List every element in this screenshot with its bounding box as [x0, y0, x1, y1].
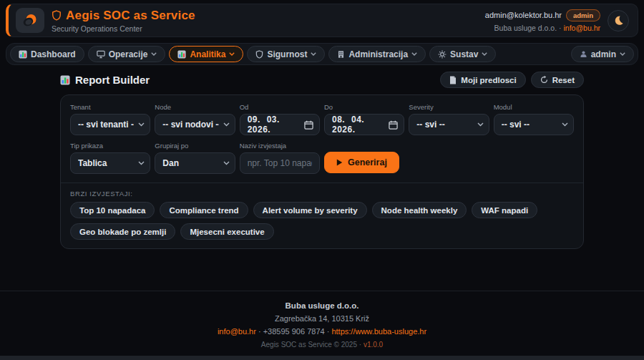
app-subtitle: Security Operations Center [52, 24, 195, 33]
node-select[interactable]: -- svi nodovi -- [155, 114, 235, 135]
nav-item-sigurnost[interactable]: Sigurnost [247, 46, 325, 62]
role-badge: admin [566, 9, 600, 21]
caret-down-icon [229, 52, 235, 56]
quick-report-chip[interactable]: Geo blokade po zemlji [70, 223, 175, 240]
report-name-label: Naziv izvjestaja [240, 142, 320, 150]
tenant-label: Tenant [70, 103, 150, 111]
nav-item-label: Analitika [190, 49, 225, 59]
bar-chart-icon [177, 50, 186, 59]
nav-user-menu[interactable]: admin [571, 46, 634, 62]
group-by-label: Grupiraj po [155, 142, 235, 150]
moon-icon [613, 15, 624, 26]
date-from-field: Od 09. 03. 2026. [240, 103, 320, 135]
report-name-field: Naziv izvjestaja [240, 142, 320, 174]
nav-item-label: Dashboard [31, 49, 76, 59]
quick-reports-row: Top 10 napadaca Compliance trend Alert v… [70, 202, 574, 240]
user-info: admin@kolektor.bu.hr admin Buba usluge d… [485, 9, 600, 32]
node-label: Node [155, 103, 235, 111]
caret-down-icon [482, 52, 487, 56]
view-type-field: Tip prikaza Tablica [70, 142, 150, 174]
monitor-icon [97, 50, 105, 59]
tenant-select[interactable]: -- svi tenanti -- [70, 114, 150, 135]
page-title: Report Builder [60, 74, 150, 86]
shield-icon [255, 50, 263, 59]
module-field: Modul -- svi -- [494, 103, 574, 135]
nav-item-administracija[interactable]: Administracija [328, 46, 426, 62]
caret-down-icon [411, 52, 417, 56]
nav-item-dashboard[interactable]: Dashboard [10, 46, 84, 62]
theme-toggle-button[interactable] [608, 10, 629, 31]
view-type-label: Tip prikaza [70, 142, 150, 150]
bar-chart-icon [60, 75, 70, 85]
reset-icon [540, 76, 548, 84]
date-to-input[interactable]: 08. 04. 2026. [324, 114, 404, 135]
report-builder-form: Tenant -- svi tenanti -- Node -- svi nod… [60, 94, 584, 249]
gear-icon [438, 50, 447, 59]
user-icon [580, 50, 587, 58]
window-edge [0, 356, 644, 360]
app-title: Aegis SOC as Service [66, 9, 195, 23]
tenant-field: Tenant -- svi tenanti -- [70, 103, 150, 135]
ladybug-logo-icon [21, 13, 39, 29]
group-by-select[interactable]: Dan [155, 152, 235, 174]
app-footer: Buba usluge d.o.o. Zagrebačka 14, 10315 … [0, 291, 644, 356]
nav-item-label: Sigurnost [267, 49, 307, 59]
brand-block: Aegis SOC as Service Security Operations… [52, 9, 195, 33]
footer-email-link[interactable]: info@bu.hr [218, 327, 256, 336]
module-select[interactable]: -- svi -- [494, 114, 574, 135]
module-label: Modul [494, 103, 574, 111]
footer-contact: info@bu.hr · +38595 906 7874 · https://w… [0, 327, 644, 336]
reset-button[interactable]: Reset [531, 72, 584, 88]
generate-button[interactable]: Generiraj [324, 152, 399, 173]
quick-report-chip[interactable]: Alert volume by severity [253, 202, 367, 218]
quick-report-chip[interactable]: Node health weekly [372, 202, 467, 218]
caret-down-icon [620, 52, 625, 56]
severity-label: Severity [409, 103, 489, 111]
bar-chart-icon [19, 50, 27, 59]
nav-item-operacije[interactable]: Operacije [88, 46, 166, 62]
node-field: Node -- svi nodovi -- [155, 103, 235, 135]
date-to-field: Do 08. 04. 2026. [324, 103, 404, 135]
page-title-text: Report Builder [75, 74, 150, 86]
org-name: Buba usluge d.o.o. [494, 24, 557, 32]
view-type-select[interactable]: Tablica [70, 152, 150, 174]
quick-reports-label: BRZI IZVJESTAJI: [70, 190, 574, 198]
main-nav: Dashboard Operacije Analitika Sigurnost … [6, 43, 638, 65]
app-logo [16, 8, 44, 33]
footer-address: Zagrebačka 14, 10315 Križ [0, 314, 644, 323]
calendar-icon[interactable] [304, 120, 313, 130]
quick-report-chip[interactable]: Mjesecni executive [180, 223, 273, 240]
date-from-input[interactable]: 09. 03. 2026. [240, 114, 320, 135]
nav-item-label: Operacije [109, 49, 148, 59]
footer-website-link[interactable]: https://www.buba-usluge.hr [331, 327, 426, 336]
caret-down-icon [151, 52, 157, 56]
shield-icon [52, 10, 62, 21]
date-to-label: Do [324, 103, 404, 111]
report-builder-page: Report Builder Moji predlosci Reset Tena… [60, 72, 584, 249]
nav-item-sustav[interactable]: Sustav [429, 46, 496, 62]
divider [61, 183, 583, 183]
my-templates-button[interactable]: Moji predlosci [440, 72, 525, 88]
report-name-input[interactable] [240, 152, 320, 174]
org-email-link[interactable]: info@bu.hr [563, 24, 600, 32]
quick-report-chip[interactable]: Compliance trend [160, 202, 248, 218]
caret-down-icon [311, 52, 316, 56]
calendar-icon[interactable] [389, 120, 398, 130]
play-icon [336, 159, 343, 166]
nav-item-analitika[interactable]: Analitika [169, 46, 243, 62]
footer-phone: +38595 906 7874 [263, 327, 325, 336]
severity-select[interactable]: -- svi -- [409, 114, 489, 135]
date-from-label: Od [240, 103, 320, 111]
quick-report-chip[interactable]: Top 10 napadaca [70, 202, 155, 218]
user-email: admin@kolektor.bu.hr [485, 11, 562, 19]
severity-field: Severity -- svi -- [409, 103, 489, 135]
footer-copyright: Aegis SOC as Service © 2025 [261, 341, 357, 349]
app-header: Aegis SOC as Service Security Operations… [6, 4, 638, 37]
separator: · [559, 24, 562, 32]
footer-version: v1.0.0 [364, 341, 383, 349]
footer-company: Buba usluge d.o.o. [0, 301, 644, 310]
building-icon [337, 50, 345, 59]
footer-meta: Aegis SOC as Service © 2025 · v1.0.0 [0, 341, 644, 349]
nav-user-label: admin [591, 49, 616, 59]
quick-report-chip[interactable]: WAF napadi [472, 202, 537, 218]
